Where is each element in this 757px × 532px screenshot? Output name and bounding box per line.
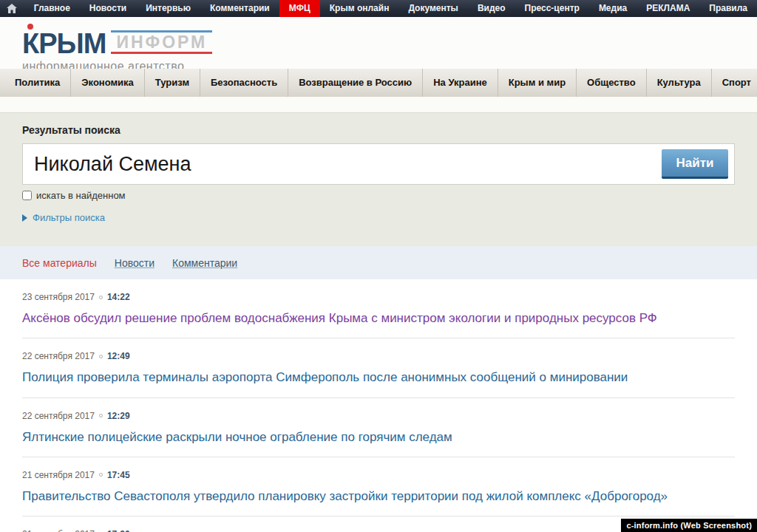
topnav-item[interactable]: Крым онлайн <box>320 0 399 17</box>
dot-separator-icon <box>99 414 103 417</box>
logo-suffix: ИНФОРМ <box>111 30 212 54</box>
page: ГлавноеНовостиИнтервьюКомментарииМФЦКрым… <box>0 0 757 532</box>
result-title-link[interactable]: Правительство Севастополя утвердило план… <box>22 488 668 504</box>
result-time: 12:49 <box>107 351 130 361</box>
result-meta: 23 сентября 201714:22 <box>22 292 735 302</box>
topnav-item[interactable]: Медиа <box>589 0 637 17</box>
top-navigation-bar: ГлавноеНовостиИнтервьюКомментарииМФЦКрым… <box>0 0 757 17</box>
topnav-item[interactable]: Правила <box>699 0 757 17</box>
category-nav-item[interactable]: На Украине <box>423 69 498 97</box>
results-tab[interactable]: Комментарии <box>172 257 237 269</box>
top-nav-items: ГлавноеНовостиИнтервьюКомментарииМФЦКрым… <box>24 0 757 17</box>
category-nav-item[interactable]: Политика <box>4 69 71 97</box>
topnav-item[interactable]: Пресс-центр <box>515 0 589 17</box>
triangle-right-icon <box>22 214 27 222</box>
result-item: 21 сентября 201717:45Правительство Севас… <box>22 457 735 516</box>
topnav-item[interactable]: Интервью <box>136 0 200 17</box>
result-date: 22 сентября 2017 <box>22 411 95 421</box>
home-icon-glyph <box>7 4 17 13</box>
category-nav-item[interactable]: Туризм <box>145 69 200 97</box>
search-in-found-row: искать в найденном <box>22 190 735 201</box>
search-filters-link[interactable]: Фильтры поиска <box>22 212 735 223</box>
search-in-found-checkbox[interactable] <box>22 191 32 200</box>
result-time: 17:30 <box>107 529 130 532</box>
watermark: c-inform.info (Web Screenshot) <box>621 519 757 532</box>
result-tabs: Все материалыНовостиКомментарии <box>0 246 757 279</box>
search-button[interactable]: Найти <box>662 149 728 179</box>
logo-red-dot-icon <box>27 24 33 30</box>
result-time: 14:22 <box>107 292 130 302</box>
search-input[interactable] <box>23 144 734 184</box>
search-results-heading: Результаты поиска <box>22 124 735 136</box>
results-tab[interactable]: Новости <box>115 257 155 269</box>
topnav-item[interactable]: Главное <box>24 0 80 17</box>
category-nav-item[interactable]: Культура <box>647 69 712 97</box>
category-nav-item[interactable]: Экономика <box>71 69 145 97</box>
topnav-item[interactable]: Комментарии <box>200 0 279 17</box>
topnav-item[interactable]: Видео <box>468 0 515 17</box>
result-item: 22 сентября 201712:29Ялтинские полицейск… <box>22 398 735 457</box>
result-time: 17:45 <box>107 470 130 480</box>
result-title-link[interactable]: Аксёнов обсудил решение проблем водоснаб… <box>22 310 657 326</box>
result-date: 22 сентября 2017 <box>22 351 95 361</box>
result-meta: 21 сентября 201717:45 <box>22 470 735 480</box>
topnav-item[interactable]: РЕКЛАМА <box>637 0 699 17</box>
topnav-item[interactable]: Новости <box>80 0 136 17</box>
dot-separator-icon <box>99 355 103 358</box>
results-tab[interactable]: Все материалы <box>22 257 97 269</box>
site-logo[interactable]: КРЫМ ИНФОРМ информационное агентство <box>22 23 212 73</box>
category-nav-item[interactable]: Безопасность <box>200 69 288 97</box>
logo-title: КРЫМ <box>22 23 106 58</box>
category-nav-items: ПолитикаЭкономикаТуризмБезопасностьВозвр… <box>0 69 757 97</box>
masthead: КРЫМ ИНФОРМ информационное агентство <box>0 17 757 69</box>
result-date: 21 сентября 2017 <box>22 529 95 532</box>
category-nav-bar: ПолитикаЭкономикаТуризмБезопасностьВозвр… <box>0 69 757 97</box>
result-meta: 22 сентября 201712:29 <box>22 411 735 421</box>
result-date: 21 сентября 2017 <box>22 470 95 480</box>
dot-separator-icon <box>99 296 103 299</box>
logo-wordmark: КРЫМ ИНФОРМ <box>22 23 212 58</box>
result-item: 22 сентября 201712:49Полиция проверила т… <box>22 338 735 398</box>
result-date: 23 сентября 2017 <box>22 292 95 302</box>
home-icon[interactable] <box>0 0 24 17</box>
result-time: 12:29 <box>107 411 130 421</box>
dot-separator-icon <box>99 473 103 477</box>
search-box: Найти <box>22 143 735 185</box>
result-item: 23 сентября 201714:22Аксёнов обсудил реш… <box>22 279 735 338</box>
search-panel: Результаты поиска Найти искать в найденн… <box>0 112 757 246</box>
topnav-item[interactable]: Документы <box>398 0 467 17</box>
spacer-strip <box>0 97 757 112</box>
category-nav-item[interactable]: Общество <box>577 69 647 97</box>
search-filters-label: Фильтры поиска <box>33 212 105 223</box>
result-meta: 22 сентября 201712:49 <box>22 351 735 361</box>
search-in-found-label: искать в найденном <box>36 190 126 201</box>
category-nav-item[interactable]: Возвращение в Россию <box>288 69 423 97</box>
category-nav-item[interactable]: Крым и мир <box>498 69 577 97</box>
result-title-link[interactable]: Ялтинские полицейские раскрыли ночное ог… <box>22 429 452 445</box>
result-title-link[interactable]: Полиция проверила терминалы аэропорта Си… <box>22 369 628 385</box>
topnav-item[interactable]: МФЦ <box>279 0 320 17</box>
search-results-list: 23 сентября 201714:22Аксёнов обсудил реш… <box>0 279 757 532</box>
category-nav-item[interactable]: Спорт <box>712 69 757 97</box>
